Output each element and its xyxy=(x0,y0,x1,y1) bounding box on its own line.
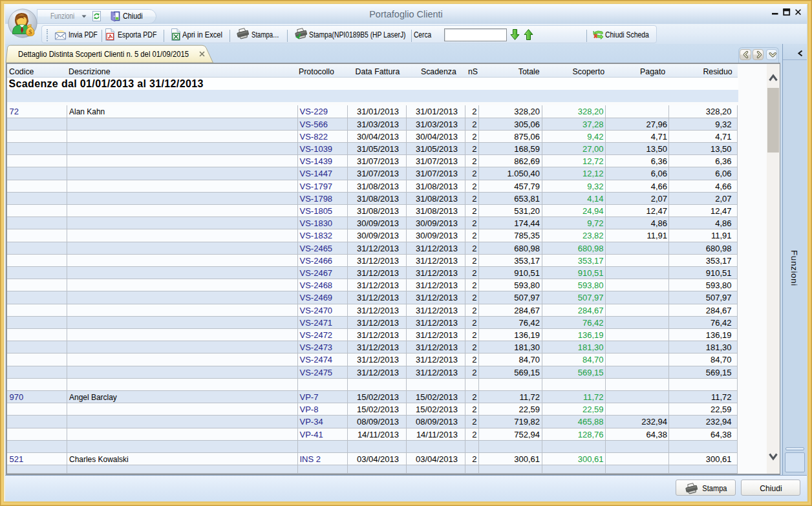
svg-text:$: $ xyxy=(28,28,32,36)
